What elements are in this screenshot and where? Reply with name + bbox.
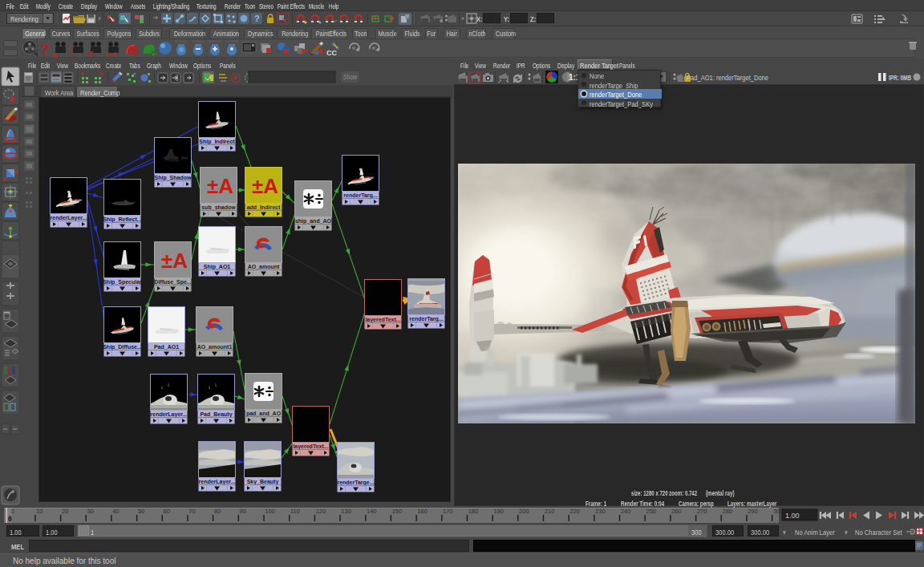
svg-text:290: 290: [748, 508, 758, 515]
svg-text:90: 90: [240, 508, 246, 515]
svg-text:260: 260: [671, 508, 682, 515]
svg-text:30: 30: [87, 508, 94, 515]
svg-text:1.00: 1.00: [785, 512, 800, 520]
svg-text:IPR: 0MB: IPR: 0MB: [889, 74, 911, 82]
svg-text:Ship_Indirect: Ship_Indirect: [199, 139, 235, 145]
svg-text:Pad_AO1: Pad_AO1: [154, 344, 179, 350]
svg-text:ship_and_AO: ship_and_AO: [295, 218, 332, 225]
svg-text:pad_and_AO: pad_and_AO: [246, 411, 282, 417]
svg-text:renderTarg...: renderTarg...: [409, 316, 443, 322]
svg-text:80: 80: [214, 508, 221, 515]
svg-text:add_Indirect: add_Indirect: [247, 205, 281, 210]
svg-text:120: 120: [316, 508, 326, 515]
svg-text:Ship_Diffuse...: Ship_Diffuse...: [103, 344, 142, 350]
svg-text:180: 180: [468, 508, 479, 515]
svg-text:270: 270: [697, 508, 707, 515]
svg-text:?: ?: [254, 14, 260, 23]
svg-text:renderTarge...: renderTarge...: [337, 480, 374, 486]
svg-text:Ship_Shadow: Ship_Shadow: [155, 175, 192, 181]
svg-text:Show: Show: [343, 73, 358, 81]
svg-text:0: 0: [8, 515, 12, 523]
svg-text:AO_amount1: AO_amount1: [197, 344, 233, 350]
svg-text:190: 190: [493, 508, 504, 515]
svg-text:Diffuse_Spe...: Diffuse_Spe...: [154, 279, 191, 286]
svg-text:110: 110: [290, 508, 300, 515]
svg-text:140: 140: [367, 508, 377, 515]
svg-text:280: 280: [723, 508, 733, 515]
svg-text:±A: ±A: [161, 249, 188, 273]
svg-text:±A: ±A: [252, 174, 278, 198]
svg-text:250: 250: [646, 508, 657, 515]
svg-text:160: 160: [417, 508, 428, 515]
svg-text:210: 210: [545, 508, 555, 515]
svg-text:230: 230: [595, 508, 606, 515]
svg-text:Pad_Beauty: Pad_Beauty: [200, 411, 232, 418]
svg-text:renderTarg...: renderTarg...: [343, 192, 377, 199]
svg-text:Ship_AO1: Ship_AO1: [204, 264, 231, 270]
svg-text:CC: CC: [326, 49, 337, 57]
svg-text:Sky_Beauty: Sky_Beauty: [247, 479, 279, 485]
svg-text:200: 200: [519, 508, 529, 515]
svg-text:Ship_Reflect...: Ship_Reflect...: [103, 217, 141, 223]
svg-text:±A: ±A: [207, 174, 233, 198]
svg-text:sub_shadow: sub_shadow: [201, 205, 236, 210]
svg-text:130: 130: [341, 508, 351, 515]
svg-text:10: 10: [36, 508, 43, 515]
svg-text:150: 150: [392, 508, 403, 515]
svg-text:renderLayer...: renderLayer...: [199, 479, 236, 485]
svg-text:170: 170: [443, 508, 453, 515]
svg-text:100: 100: [265, 508, 275, 515]
svg-text:50: 50: [138, 508, 144, 515]
svg-text:220: 220: [570, 508, 581, 515]
svg-text:70: 70: [188, 508, 195, 515]
svg-text:AO_amount: AO_amount: [248, 264, 280, 269]
svg-text:40: 40: [112, 508, 119, 515]
svg-text:renderLayer...: renderLayer...: [51, 215, 87, 221]
svg-text:240: 240: [621, 508, 631, 515]
svg-text:layeredText...: layeredText...: [365, 317, 400, 323]
svg-text:layeredText...: layeredText...: [293, 443, 328, 450]
svg-text:60: 60: [164, 508, 170, 515]
svg-text:Ship_Specular: Ship_Specular: [103, 279, 142, 286]
svg-text:renderLayer...: renderLayer...: [151, 411, 188, 418]
svg-text:Pad_AO1: renderTarget_Done: Pad_AO1: renderTarget_Done: [687, 74, 768, 82]
svg-text:20: 20: [62, 508, 68, 515]
svg-text:?: ?: [40, 41, 50, 58]
